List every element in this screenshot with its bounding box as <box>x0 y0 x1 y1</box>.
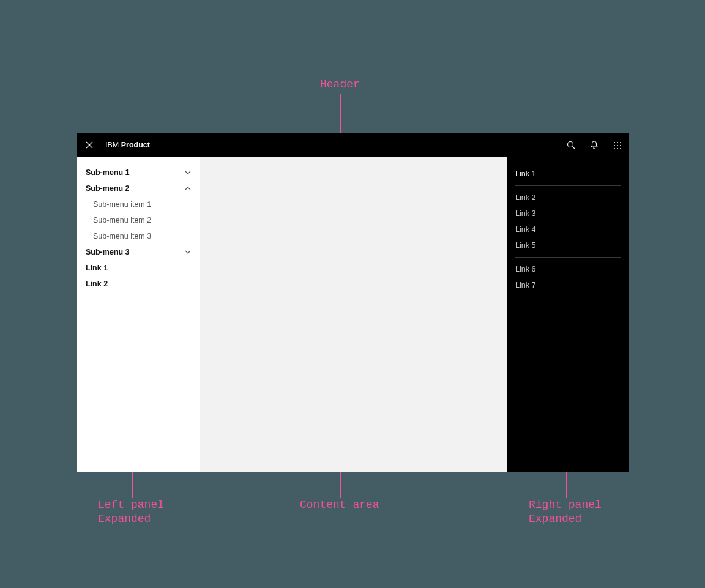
right-link-2[interactable]: Link 2 <box>507 190 629 206</box>
left-link-2[interactable]: Link 2 <box>77 276 200 292</box>
search-icon <box>566 140 576 150</box>
chevron-down-icon <box>185 249 191 255</box>
submenu-1[interactable]: Sub-menu 1 <box>77 165 200 180</box>
right-link-3[interactable]: Link 3 <box>507 206 629 221</box>
svg-point-3 <box>617 141 618 143</box>
chevron-up-icon <box>185 185 191 192</box>
right-divider <box>515 185 621 186</box>
menu-close-button[interactable] <box>77 133 102 157</box>
brand-prefix: IBM <box>105 141 119 149</box>
submenu-1-label: Sub-menu 1 <box>86 168 130 177</box>
ui-shell-frame: IBM Product <box>77 133 629 472</box>
brand-product: Product <box>121 141 150 149</box>
chevron-down-icon <box>185 169 191 176</box>
svg-point-4 <box>620 141 621 143</box>
content-area <box>200 157 507 472</box>
annotation-right-panel: Right panel Expanded <box>529 498 602 527</box>
left-link-1[interactable]: Link 1 <box>77 260 200 276</box>
submenu-2[interactable]: Sub-menu 2 <box>77 180 200 196</box>
submenu-2-item-3[interactable]: Sub-menu item 3 <box>77 228 200 244</box>
grid-icon <box>613 141 622 150</box>
submenu-2-item-1[interactable]: Sub-menu item 1 <box>77 196 200 212</box>
submenu-3-label: Sub-menu 3 <box>86 248 130 256</box>
svg-point-5 <box>614 144 615 146</box>
header-left: IBM Product <box>77 133 150 157</box>
submenu-2-label: Sub-menu 2 <box>86 184 130 193</box>
app-switcher-button[interactable] <box>606 133 629 157</box>
submenu-3[interactable]: Sub-menu 3 <box>77 244 200 260</box>
annotation-left-panel: Left panel Expanded <box>98 498 164 527</box>
header: IBM Product <box>77 133 629 157</box>
right-panel: Link 1 Link 2 Link 3 Link 4 Link 5 Link … <box>507 157 629 472</box>
svg-point-7 <box>620 144 621 146</box>
right-divider <box>515 257 621 258</box>
bell-icon <box>589 140 599 150</box>
submenu-2-item-2[interactable]: Sub-menu item 2 <box>77 212 200 228</box>
svg-point-9 <box>617 147 618 149</box>
header-right <box>559 133 629 157</box>
brand: IBM Product <box>105 141 150 149</box>
shell-body: Sub-menu 1 Sub-menu 2 Sub-menu item 1 Su… <box>77 157 629 472</box>
close-icon <box>85 141 94 149</box>
right-link-1[interactable]: Link 1 <box>507 166 629 182</box>
right-link-6[interactable]: Link 6 <box>507 261 629 277</box>
annotation-content-area: Content area <box>300 498 379 512</box>
notifications-button[interactable] <box>583 133 606 157</box>
right-link-4[interactable]: Link 4 <box>507 221 629 237</box>
annotation-header: Header <box>320 78 360 92</box>
svg-point-8 <box>614 147 615 149</box>
svg-point-2 <box>614 141 615 143</box>
svg-line-1 <box>573 147 575 149</box>
left-panel: Sub-menu 1 Sub-menu 2 Sub-menu item 1 Su… <box>77 157 200 472</box>
right-link-5[interactable]: Link 5 <box>507 237 629 253</box>
svg-point-6 <box>617 144 618 146</box>
svg-point-10 <box>620 147 621 149</box>
right-link-7[interactable]: Link 7 <box>507 277 629 293</box>
search-button[interactable] <box>559 133 583 157</box>
svg-point-0 <box>568 142 573 147</box>
